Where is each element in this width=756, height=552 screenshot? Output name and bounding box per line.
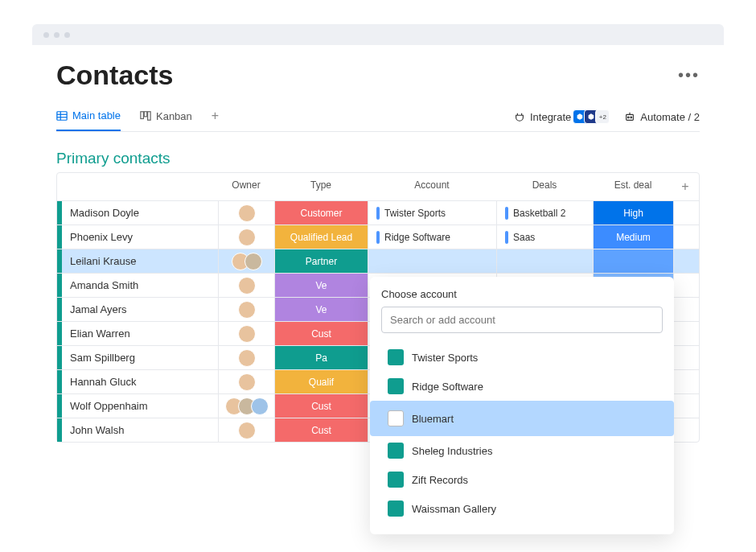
robot-icon	[624, 111, 635, 122]
avatar	[238, 229, 256, 246]
table-row[interactable]: Madison DoyleCustomerTwister SportsBaske…	[57, 200, 699, 225]
est-deal-cell[interactable]	[593, 249, 673, 273]
option-label: Twister Sports	[412, 352, 478, 364]
tab-main-table[interactable]: Main table	[56, 109, 121, 131]
col-account[interactable]: Account	[368, 173, 496, 200]
row-end	[673, 298, 697, 321]
contact-name[interactable]: Madison Doyle	[62, 201, 218, 225]
account-option[interactable]: Zift Records	[381, 465, 663, 494]
contact-name[interactable]: Hannah Gluck	[62, 370, 218, 393]
row-end	[673, 201, 697, 225]
est-deal-cell[interactable]: High	[593, 201, 673, 225]
automate-label: Automate / 2	[640, 111, 700, 123]
automate-button[interactable]: Automate / 2	[624, 111, 700, 123]
grid-icon	[56, 110, 68, 122]
window-dot	[54, 32, 60, 38]
type-cell[interactable]: Ve	[274, 298, 368, 321]
page-title: Contacts	[56, 60, 173, 91]
account-cell[interactable]: Twister Sports	[368, 201, 496, 225]
owner-cell[interactable]	[218, 346, 274, 369]
table-row[interactable]: Phoenix LevyQualified LeadRidge Software…	[57, 225, 699, 249]
contact-name[interactable]: Elian Warren	[62, 322, 218, 345]
type-cell[interactable]: Cust	[274, 418, 368, 442]
avatar	[244, 253, 262, 270]
avatar	[238, 204, 256, 222]
integrate-button[interactable]: Integrate ⬢ ⬢ +2	[514, 109, 610, 124]
avatar	[238, 349, 256, 367]
browser-titlebar	[32, 24, 724, 45]
owner-cell[interactable]	[218, 201, 274, 225]
type-cell[interactable]: Partner	[274, 249, 368, 273]
account-option[interactable]: Waissman Gallery	[381, 494, 663, 523]
account-option[interactable]: Ridge Software	[381, 372, 663, 401]
avatar	[238, 325, 256, 343]
owner-cell[interactable]	[218, 298, 274, 321]
account-marker	[376, 207, 380, 220]
deal-cell[interactable]: Saas	[496, 225, 593, 249]
option-label: Ridge Software	[412, 381, 483, 393]
owner-cell[interactable]	[218, 225, 274, 249]
type-cell[interactable]: Qualified Lead	[274, 225, 368, 249]
type-cell[interactable]: Cust	[274, 322, 368, 345]
type-cell[interactable]: Qualif	[274, 370, 368, 393]
add-tab-button[interactable]: +	[212, 109, 219, 131]
more-menu-button[interactable]: •••	[678, 66, 700, 84]
avatar	[238, 277, 256, 295]
type-cell[interactable]: Customer	[274, 201, 368, 225]
contact-name[interactable]: Sam Spillberg	[62, 346, 218, 369]
row-end	[673, 322, 697, 345]
owner-cell[interactable]	[218, 274, 274, 297]
table-row[interactable]: Leilani KrausePartner	[57, 249, 699, 273]
row-end	[673, 346, 697, 369]
owner-cell[interactable]	[218, 322, 274, 345]
section-title: Primary contacts	[56, 150, 700, 167]
account-option[interactable]: Bluemart	[370, 401, 674, 436]
deal-label: Saas	[513, 232, 535, 243]
window-dot	[64, 32, 70, 38]
checkbox-icon	[388, 349, 404, 365]
option-label: Bluemart	[412, 413, 454, 425]
checkbox-icon	[388, 443, 404, 459]
deal-cell[interactable]	[496, 249, 593, 273]
owner-cell[interactable]	[218, 370, 274, 393]
add-column-button[interactable]: +	[673, 173, 697, 200]
checkbox-icon	[388, 378, 404, 394]
contact-name[interactable]: Amanda Smith	[62, 274, 218, 297]
contact-name[interactable]: Phoenix Levy	[62, 225, 218, 249]
account-search-input[interactable]	[381, 307, 663, 333]
col-est-deal[interactable]: Est. deal	[593, 173, 673, 200]
dropdown-title: Choose account	[381, 288, 663, 300]
account-option[interactable]: Twister Sports	[381, 343, 663, 372]
type-cell[interactable]: Cust	[274, 394, 368, 418]
account-option[interactable]: Sheleg Industries	[381, 436, 663, 465]
row-end	[673, 274, 697, 297]
contact-name[interactable]: Leilani Krause	[62, 249, 218, 273]
contact-name[interactable]: Wolf Oppenhaim	[62, 394, 218, 418]
avatar	[251, 398, 269, 415]
svg-rect-4	[141, 112, 144, 119]
col-deals[interactable]: Deals	[496, 173, 593, 200]
deal-cell[interactable]: Basketball 2	[496, 201, 593, 225]
contact-name[interactable]: John Walsh	[62, 418, 218, 442]
owner-cell[interactable]	[218, 249, 274, 273]
deal-label: Basketball 2	[513, 208, 565, 219]
option-label: Zift Records	[412, 474, 468, 486]
type-cell[interactable]: Ve	[274, 274, 368, 297]
svg-point-9	[631, 117, 632, 118]
account-label: Twister Sports	[384, 208, 446, 219]
owner-cell[interactable]	[218, 418, 274, 442]
contact-name[interactable]: Jamal Ayers	[62, 298, 218, 321]
account-marker	[376, 231, 380, 244]
tab-kanban[interactable]: Kanban	[140, 110, 192, 130]
svg-rect-5	[144, 112, 147, 117]
col-owner[interactable]: Owner	[218, 173, 274, 200]
kanban-icon	[140, 110, 151, 122]
account-cell[interactable]: Ridge Software	[368, 225, 496, 249]
account-cell[interactable]	[368, 249, 496, 273]
est-deal-cell[interactable]: Medium	[593, 225, 673, 249]
col-type[interactable]: Type	[274, 173, 368, 200]
type-cell[interactable]: Pa	[274, 346, 368, 369]
checkbox-icon	[388, 501, 404, 517]
checkbox-icon	[388, 410, 404, 426]
owner-cell[interactable]	[218, 394, 274, 418]
